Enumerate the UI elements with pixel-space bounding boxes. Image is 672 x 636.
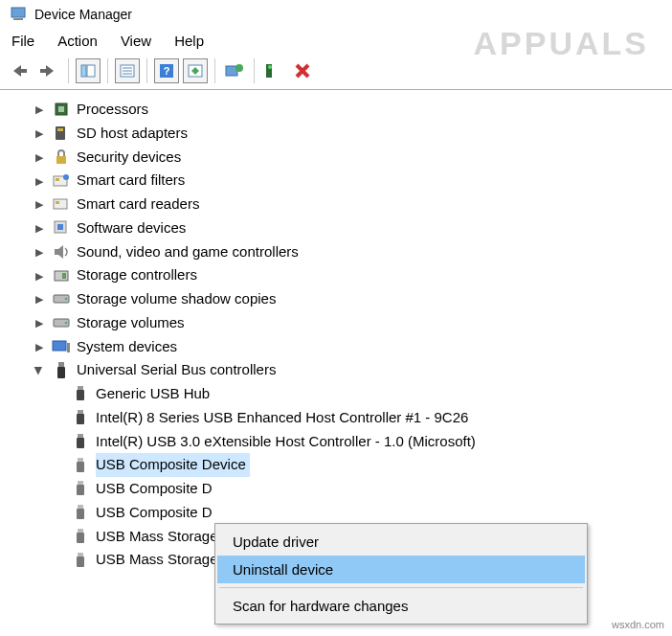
tree-label: USB Composite D	[96, 501, 213, 525]
svg-rect-53	[78, 481, 83, 485]
svg-rect-5	[40, 69, 46, 73]
svg-rect-47	[78, 410, 83, 414]
svg-text:?: ?	[164, 65, 170, 77]
forward-button[interactable]	[36, 58, 61, 83]
tree-item-processors[interactable]: ▶ Processors	[11, 98, 672, 122]
tree-item-usb[interactable]: ▶ Universal Serial Bus controllers	[11, 358, 672, 382]
chevron-right-icon[interactable]: ▶	[33, 195, 46, 213]
tree-label: Processors	[77, 98, 148, 122]
tree-item-usb-child[interactable]: USB Composite D	[11, 477, 672, 501]
chevron-right-icon[interactable]: ▶	[33, 101, 46, 118]
tree-item-usb-child[interactable]: Intel(R) USB 3.0 eXtensible Host Control…	[11, 430, 672, 454]
tree-item-volumes[interactable]: ▶ Storage volumes	[11, 311, 672, 335]
tree-item-sd-host[interactable]: ▶ SD host adapters	[11, 122, 672, 146]
context-update-driver[interactable]: Update driver	[217, 528, 585, 556]
tree-item-storage-ctrl[interactable]: ▶ Storage controllers	[11, 263, 672, 287]
drive-icon	[52, 313, 71, 332]
software-icon	[52, 218, 71, 238]
tree-item-smart-filter[interactable]: ▶ Smart card filters	[11, 169, 672, 193]
tree-item-shadow[interactable]: ▶ Storage volume shadow copies	[11, 287, 672, 311]
tree-label: Generic USB Hub	[96, 382, 210, 406]
tree-label: System devices	[77, 335, 177, 359]
usb-icon	[71, 527, 90, 546]
tree-item-system[interactable]: ▶ System devices	[11, 335, 672, 359]
menu-help[interactable]: Help	[174, 33, 204, 49]
tree-item-smart-reader[interactable]: ▶ Smart card readers	[11, 193, 672, 216]
svg-rect-25	[57, 128, 63, 131]
menu-file[interactable]: File	[11, 33, 34, 49]
menu-view[interactable]: View	[121, 33, 151, 49]
tree-label: SD host adapters	[77, 122, 188, 146]
image-credit: wsxdn.com	[612, 619, 664, 630]
tree-item-sound[interactable]: ▶ Sound, video and game controllers	[11, 240, 672, 264]
device-tree[interactable]: ▶ Processors ▶ SD host adapters ▶ Securi…	[0, 94, 672, 572]
uninstall-device-button[interactable]	[261, 58, 286, 83]
usb-icon	[52, 361, 71, 380]
usb-icon	[71, 384, 90, 403]
chevron-right-icon[interactable]: ▶	[33, 125, 46, 142]
properties-button[interactable]	[115, 58, 140, 83]
svg-rect-49	[78, 434, 83, 438]
tree-item-usb-child[interactable]: Generic USB Hub	[11, 382, 672, 406]
tree-label: Smart card readers	[77, 193, 199, 216]
window-title: Device Manager	[34, 7, 132, 22]
chevron-right-icon[interactable]: ▶	[33, 267, 46, 284]
svg-point-40	[65, 322, 68, 325]
app-icon	[10, 6, 27, 23]
chevron-right-icon[interactable]: ▶	[33, 290, 46, 307]
audio-icon	[52, 242, 71, 261]
svg-rect-45	[78, 386, 83, 390]
svg-marker-2	[13, 65, 21, 77]
chevron-right-icon[interactable]: ▶	[33, 172, 46, 190]
svg-rect-44	[57, 367, 65, 378]
svg-rect-7	[87, 65, 95, 77]
cpu-icon	[52, 100, 71, 119]
svg-point-38	[65, 298, 68, 301]
chevron-down-icon[interactable]: ▶	[31, 364, 48, 377]
svg-rect-57	[78, 529, 83, 533]
menu-separator	[219, 587, 583, 588]
svg-rect-51	[78, 458, 83, 462]
tree-label: Universal Serial Bus controllers	[77, 358, 276, 382]
tree-label: Smart card filters	[77, 169, 185, 193]
tree-item-usb-composite-selected[interactable]: USB Composite Device	[11, 453, 672, 477]
svg-point-17	[235, 64, 243, 72]
chevron-right-icon[interactable]: ▶	[33, 243, 46, 261]
scan-hardware-button[interactable]	[183, 58, 208, 83]
svg-rect-41	[53, 341, 66, 351]
chevron-right-icon[interactable]: ▶	[33, 148, 46, 166]
tree-label: Intel(R) 8 Series USB Enhanced Host Cont…	[96, 406, 468, 430]
help-button[interactable]: ?	[154, 58, 179, 83]
tree-item-security[interactable]: ▶ Security devices	[11, 146, 672, 170]
chevron-right-icon[interactable]: ▶	[33, 219, 46, 237]
tree-label: USB Composite D	[96, 477, 213, 501]
tree-item-usb-child[interactable]: Intel(R) 8 Series USB Enhanced Host Cont…	[11, 406, 672, 430]
svg-rect-26	[56, 156, 66, 164]
sd-icon	[52, 124, 71, 143]
tree-item-usb-child[interactable]: USB Composite D	[11, 501, 672, 525]
context-scan-hardware[interactable]: Scan for hardware changes	[217, 592, 585, 620]
back-button[interactable]	[8, 58, 33, 83]
svg-rect-52	[77, 462, 84, 472]
update-driver-button[interactable]	[222, 58, 247, 83]
toolbar: ?	[0, 57, 672, 90]
svg-rect-31	[56, 201, 59, 204]
chevron-right-icon[interactable]: ▶	[33, 314, 46, 331]
reader-icon	[52, 194, 71, 214]
svg-rect-58	[77, 533, 84, 543]
svg-rect-33	[57, 224, 63, 230]
context-uninstall-device[interactable]: Uninstall device	[217, 556, 585, 583]
svg-rect-28	[56, 178, 59, 181]
usb-icon	[71, 479, 90, 498]
menu-action[interactable]: Action	[57, 33, 98, 49]
svg-rect-3	[21, 69, 27, 73]
tree-label: Storage volumes	[77, 311, 185, 335]
usb-icon	[71, 456, 90, 475]
chevron-right-icon[interactable]: ▶	[33, 338, 46, 355]
tree-item-software[interactable]: ▶ Software devices	[11, 216, 672, 240]
svg-rect-43	[58, 362, 64, 367]
show-hide-tree-button[interactable]	[76, 58, 101, 83]
tree-label: Intel(R) USB 3.0 eXtensible Host Control…	[96, 430, 476, 454]
disable-device-button[interactable]	[290, 58, 315, 83]
svg-rect-60	[77, 556, 84, 567]
